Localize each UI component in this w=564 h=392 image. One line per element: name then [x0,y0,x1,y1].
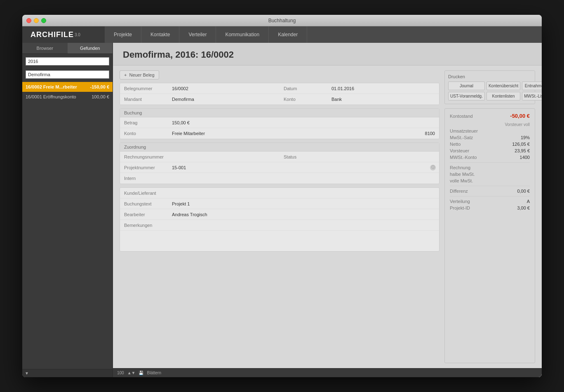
new-beleg-button[interactable]: + Neuer Beleg [120,70,159,79]
zuordnung-header: Zuordnung [120,143,439,152]
bearbeiter-label: Bearbeiter [120,210,169,219]
stats-differenz: Differenz 0,00 € [450,189,530,194]
list-item-0[interactable]: 16/0002 Freie M...rbeiter -150,00 € [22,82,113,92]
print-label: Drucken [448,74,531,79]
form-row-betrag: Betrag 150,00 € [120,117,439,128]
konto2-number: 8100 [421,129,439,138]
bemerkungen-label: Bemerkungen [120,221,169,229]
titlebar: Buchhaltung [22,15,542,26]
form-row-bearbeiter: Bearbeiter Andreas Trogisch [120,209,439,220]
stats-panel: Kontostand -50,00 € Vorsteuer voll Umsat… [444,108,535,363]
item-value-0: -150,00 € [90,84,109,89]
stats-kontostand: Kontostand -50,00 € [450,113,530,119]
company-input[interactable] [26,70,109,79]
sidebar-bottom: ▼ [22,369,113,377]
main-content: Demofirma, 2016: 16/0002 + Neuer Beleg B… [113,43,542,377]
nav-projekte[interactable]: Projekte [105,26,141,43]
nav-items: Projekte Kontakte Verteiler Kommunikatio… [105,26,542,43]
vorsteuer-voll-title: Vorsteuer voll [450,122,530,127]
halbe-mwst-label: halbe MwSt. [450,172,475,177]
buchung-header: Buchung [120,109,439,117]
kontostand-label: Kontostand [450,114,473,119]
vorsteuer-label: Vorsteuer [450,148,469,153]
stats-mwstkonto: MWSt.-Konto 1400 [450,155,530,160]
konto2-value: Freie Mitarbeiter [169,129,421,138]
mandant-label: Mandant [120,95,169,103]
status-label: Status [280,153,329,161]
nav-kommunikation[interactable]: Kommunikation [216,26,269,43]
mandant-value: Demofirma [169,95,280,103]
form-area: + Neuer Beleg Belegnummer 16/0002 Datum … [120,70,439,363]
tab-browser[interactable]: Browser [22,43,68,54]
stats-verteilung: Verteilung A [450,199,530,204]
nav-kalender[interactable]: Kalender [269,26,307,43]
print-section: Drucken Journal Kontenübersicht Entnahme… [444,70,535,104]
nav-verteiler[interactable]: Verteiler [179,26,216,43]
stats-halbe-mwst: halbe MwSt. [450,172,530,177]
stats-divider [450,162,530,163]
main-body: + Neuer Beleg Belegnummer 16/0002 Datum … [113,65,542,368]
projekt-id-label: Projekt-ID [450,205,470,210]
konto-label: Konto [280,95,329,103]
form-row-projektnummer: Projektnummer 15-001 ⓘ [120,162,439,173]
kunde-value [169,191,439,195]
netto-label: Netto [450,142,461,147]
mwstsatz-value: 19% [521,135,530,140]
stats-netto: Netto 126,05 € [450,142,530,147]
konto2-label: Konto [120,129,169,138]
form-row-bemerkungen: Bemerkungen [120,220,439,231]
maximize-button[interactable] [41,18,46,23]
blaettern-label: Blättern [147,371,161,375]
close-button[interactable] [26,18,31,23]
konto-value: Bank [329,95,439,103]
chart-icon: ▲▼ [127,371,136,375]
minimize-button[interactable] [34,18,39,23]
info-icon[interactable]: ⓘ [430,165,436,170]
kunde-label: Kunde/Lieferant [120,189,169,197]
datum-label: Datum [280,84,329,93]
tab-gefunden[interactable]: Gefunden [68,43,113,54]
betrag-value: 150,00 € [169,119,439,127]
right-panel: Drucken Journal Kontenübersicht Entnahme… [444,70,535,363]
belegnummer-value: 16/0002 [169,84,280,93]
bemerkungen-value [169,224,439,227]
logo-name: ARCHIFILE [31,30,74,39]
print-entnahmen-button[interactable]: Entnahmen [522,82,542,90]
scroll-down-button[interactable]: ▼ [24,371,30,376]
print-journal-button[interactable]: Journal [448,82,485,90]
list-item-1[interactable]: 16/0001 Eröffnungskonto 100,00 € [22,92,113,102]
volle-mwst-label: volle MwSt. [450,178,473,183]
print-kontenuebersicht-button[interactable]: Kontenübersicht [486,82,520,90]
verteilung-value: A [527,199,530,204]
year-input[interactable] [26,57,109,65]
statusbar: 100 ▲▼ 💾 Blättern [113,368,542,377]
stats-volle-mwst: volle MwSt. [450,178,530,183]
kontostand-value: -50,00 € [510,113,530,119]
stats-mwstsatz: MwSt.-Satz 19% [450,135,530,140]
logo-version: 3.0 [75,33,80,37]
print-ustvoranmeldg-button[interactable]: UST-Voranmeldg. [448,92,485,100]
logo-area: ARCHIFILE 3.0 [22,26,105,43]
nav-kontakte[interactable]: Kontakte [141,26,179,43]
item-value-1: 100,00 € [92,94,109,99]
stats-rechnung: Rechnung [450,165,530,170]
bearbeiter-value: Andreas Trogisch [169,210,439,219]
form-row-intern: Intern [120,173,439,184]
stats-divider-3 [450,196,530,196]
form-row-mandant: Mandant Demofirma Konto Bank [120,94,439,105]
company-field-container [26,70,109,79]
entry-list: 16/0002 Freie M...rbeiter -150,00 € 16/0… [22,82,113,369]
rechnungsnummer-label: Rechnungsnummer [120,153,169,161]
sidebar: Browser Gefunden 16/0002 Freie M...rbeit… [22,43,113,377]
bemerkungen-spacer [120,231,439,251]
new-beleg-label: Neuer Beleg [129,72,154,77]
print-kontenlisten-button[interactable]: Kontenlisten [486,92,520,100]
page-title: Demofirma, 2016: 16/0002 [123,49,532,60]
rechnung-label: Rechnung [450,165,470,170]
differenz-label: Differenz [450,189,468,194]
stats-projektid: Projekt-ID 3,00 € [450,205,530,210]
print-mwstliste-button[interactable]: MWSt.-Liste [522,92,542,100]
item-id-0: 16/0002 Freie M...rbeiter [26,84,77,89]
form-row-kunde: Kunde/Lieferant [120,188,439,198]
item-id-1: 16/0001 Eröffnungskonto [26,94,76,99]
